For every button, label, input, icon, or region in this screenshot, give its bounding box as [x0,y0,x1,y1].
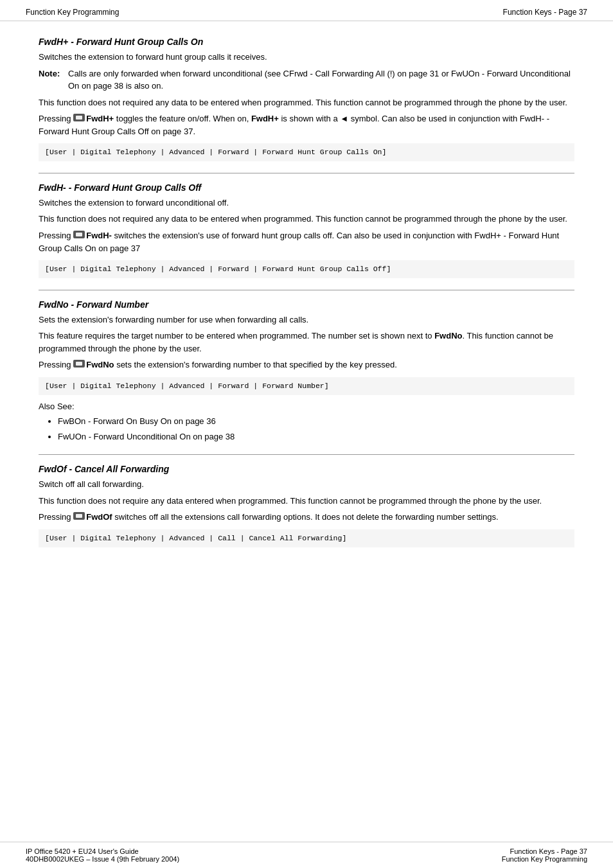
section-fwdh-plus-title: FwdH+ - Forward Hunt Group Calls On [39,37,574,47]
section-fwdno-title: FwdNo - Forward Number [39,299,574,310]
fwdof-bold: FwdOf [86,512,112,522]
footer-left: IP Office 5420 + EU24 User's Guide 40DHB… [26,847,179,863]
fwdh-minus-code: [User | Digital Telephony | Advanced | F… [39,260,574,278]
pressing-label2: Pressing [39,231,73,240]
note-text: Calls are only forwarded when forward un… [68,67,574,93]
header-left: Function Key Programming [26,8,119,17]
fwdno-bold-inline: FwdNo [434,331,462,341]
section-fwdh-minus-title: FwdH- - Forward Hunt Group Calls Off [39,182,574,193]
svg-rect-5 [76,362,82,366]
fwdno-bold: FwdNo [86,360,114,369]
fwdh-plus-pressing: Pressing FwdH+ toggles the feature on/of… [39,112,574,138]
fwdof-para2: This function does not require any data … [39,495,574,508]
phone-icon4 [73,511,85,524]
fwdno-para2: This feature requires the target number … [39,330,574,355]
fwdh-plus-code: [User | Digital Telephony | Advanced | F… [39,143,574,161]
fwdh-minus-para2: This function does not required any data… [39,213,574,226]
page-footer: IP Office 5420 + EU24 User's Guide 40DHB… [0,842,613,868]
fwdno-code: [User | Digital Telephony | Advanced | F… [39,377,574,395]
page-header: Function Key Programming Function Keys -… [0,0,613,21]
section-fwdh-plus: FwdH+ - Forward Hunt Group Calls On Swit… [39,28,574,173]
section-fwdno: FwdNo - Forward Number Sets the extensio… [39,290,574,454]
footer-left-line1: IP Office 5420 + EU24 User's Guide [26,847,179,855]
fwdh-plus-para1: Switches the extension to forward hunt g… [39,51,574,64]
also-see-label: Also See: [39,400,574,413]
pressing-label4: Pressing [39,512,73,522]
footer-right-line1: Function Keys - Page 37 [502,847,587,855]
fwdh-plus-bold1: FwdH+ [86,114,114,123]
bullet-item-1: FwBOn - Forward On Busy On on page 36 [58,415,574,428]
section-fwdof: FwdOf - Cancel All Forwarding Switch off… [39,454,574,558]
fwdh-plus-para2: This function does not required any data… [39,96,574,109]
fwdno-para1: Sets the extension's forwarding number f… [39,314,574,326]
svg-rect-7 [76,514,82,518]
fwdh-minus-text: switches the extension's use of forward … [39,231,559,253]
phone-icon [73,112,85,125]
fwdh-plus-note: Note: Calls are only forwarded when forw… [39,67,574,93]
fwdof-text: switches off all the extensions call for… [112,512,499,522]
fwdno-pressing: Pressing FwdNo sets the extension's forw… [39,359,574,371]
pressing-label3: Pressing [39,360,73,369]
fwdno-bullet-list: FwBOn - Forward On Busy On on page 36 Fw… [58,415,574,443]
page: Function Key Programming Function Keys -… [0,0,613,868]
pressing-label: Pressing [39,114,73,123]
fwdof-para1: Switch off all call forwarding. [39,478,574,491]
section-fwdof-title: FwdOf - Cancel All Forwarding [39,464,574,474]
header-right: Function Keys - Page 37 [503,8,587,17]
note-label: Note: [39,67,66,93]
footer-right: Function Keys - Page 37 Function Key Pro… [502,847,587,863]
fwdh-minus-para1: Switches the extension to forward uncond… [39,197,574,209]
fwdof-pressing: Pressing FwdOf switches off all the exte… [39,511,574,524]
fwdh-plus-bold2: FwdH+ [251,114,279,123]
section-fwdh-minus: FwdH- - Forward Hunt Group Calls Off Swi… [39,173,574,290]
phone-icon2 [73,229,85,242]
main-content: FwdH+ - Forward Hunt Group Calls On Swit… [0,21,613,842]
footer-left-line2: 40DHB0002UKEG – Issue 4 (9th February 20… [26,855,179,863]
phone-icon3 [73,359,85,371]
svg-rect-3 [76,233,82,236]
fwdh-minus-bold: FwdH- [86,231,112,240]
fwdno-text: sets the extension's forwarding number t… [114,360,397,369]
fwdh-plus-text2: toggles the feature on/off. When on, [114,114,251,123]
fwdof-code: [User | Digital Telephony | Advanced | C… [39,529,574,547]
bullet-item-2: FwUOn - Forward Unconditional On on page… [58,430,574,443]
svg-rect-1 [76,116,82,120]
footer-right-line2: Function Key Programming [502,855,587,863]
fwdh-minus-pressing: Pressing FwdH- switches the extension's … [39,229,574,255]
